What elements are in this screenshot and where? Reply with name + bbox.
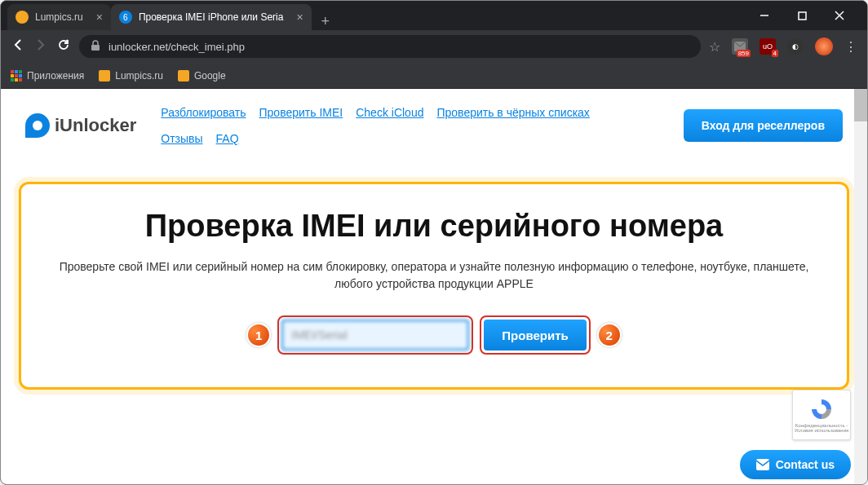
favicon-lumpics	[16, 11, 29, 24]
extension-inbox[interactable]: 859	[732, 38, 748, 55]
logo-icon	[25, 113, 50, 138]
svg-rect-13	[15, 78, 18, 82]
recaptcha-text: Конфиденциальность -Условия использовани…	[795, 423, 849, 433]
folder-icon	[99, 70, 110, 82]
hero-section: Проверка IMEI или серийного номера Прове…	[1, 162, 867, 390]
url-text: iunlocker.net/check_imei.php	[108, 41, 245, 53]
bookmark-google[interactable]: Google	[178, 70, 226, 82]
profile-avatar[interactable]	[815, 37, 833, 55]
close-icon[interactable]: ×	[296, 11, 303, 24]
svg-rect-9	[11, 74, 14, 77]
star-icon[interactable]: ☆	[709, 39, 720, 55]
favicon-iunlocker: 6	[119, 11, 132, 24]
imei-form: 1 Проверить 2	[54, 315, 814, 355]
site-header: iUnlocker Разблокировать Проверить IMEI …	[1, 89, 867, 162]
window-controls	[753, 4, 861, 27]
vertical-scrollbar[interactable]	[854, 89, 867, 484]
new-tab-button[interactable]: +	[312, 13, 340, 30]
svg-rect-11	[19, 74, 22, 77]
address-bar[interactable]: iunlocker.net/check_imei.php	[79, 35, 701, 58]
lock-icon	[91, 40, 100, 54]
nav-check-icloud[interactable]: Check iCloud	[356, 106, 423, 119]
svg-rect-14	[19, 78, 22, 82]
tab-strip: Lumpics.ru × 6 Проверка IMEI iPhone или …	[1, 1, 867, 30]
page-content: iUnlocker Разблокировать Проверить IMEI …	[1, 89, 867, 484]
folder-icon	[178, 70, 189, 82]
svg-rect-6	[11, 70, 14, 73]
back-button[interactable]	[11, 37, 25, 55]
svg-rect-4	[91, 45, 100, 51]
tab-title: Lumpics.ru	[35, 11, 83, 23]
input-highlight	[277, 315, 473, 355]
imei-input[interactable]	[281, 320, 469, 351]
extension-generic[interactable]: ◐	[787, 38, 804, 55]
nav-unlock[interactable]: Разблокировать	[161, 106, 246, 119]
site-nav: Разблокировать Проверить IMEI Check iClo…	[161, 106, 618, 145]
recaptcha-icon	[809, 397, 834, 421]
recaptcha-badge[interactable]: Конфиденциальность -Условия использовани…	[792, 390, 851, 440]
apps-icon	[11, 70, 22, 82]
hero-subtitle: Проверьте свой IMEI или серийный номер н…	[54, 258, 814, 293]
reload-button[interactable]	[56, 37, 71, 55]
svg-rect-15	[756, 459, 769, 470]
extension-ublock[interactable]: uO4	[760, 38, 776, 55]
svg-rect-12	[11, 78, 14, 82]
logo-text: iUnlocker	[55, 115, 136, 136]
nav-check-imei[interactable]: Проверить IMEI	[259, 106, 343, 119]
tab-iunlocker[interactable]: 6 Проверка IMEI iPhone или Seria ×	[111, 4, 312, 30]
bookmark-lumpics[interactable]: Lumpics.ru	[99, 70, 163, 82]
toolbar-actions: ☆ 859 uO4 ◐ ⋮	[709, 37, 857, 55]
svg-rect-10	[15, 74, 18, 77]
nav-faq[interactable]: FAQ	[216, 132, 239, 145]
annotation-marker-1: 1	[246, 323, 271, 347]
forward-button[interactable]	[33, 37, 48, 55]
button-highlight: Проверить	[480, 315, 590, 355]
maximize-button[interactable]	[790, 4, 813, 27]
menu-icon[interactable]: ⋮	[844, 39, 857, 55]
scroll-thumb[interactable]	[854, 89, 867, 121]
check-button[interactable]: Проверить	[484, 320, 586, 351]
close-button[interactable]	[828, 4, 851, 27]
svg-rect-1	[799, 12, 806, 20]
apps-button[interactable]: Приложения	[11, 70, 84, 82]
svg-rect-7	[15, 70, 18, 73]
site-logo[interactable]: iUnlocker	[25, 113, 136, 138]
svg-rect-8	[19, 70, 22, 73]
minimize-button[interactable]	[753, 4, 776, 27]
nav-blacklist[interactable]: Проверить в чёрных списках	[436, 106, 589, 119]
browser-toolbar: iunlocker.net/check_imei.php ☆ 859 uO4 ◐…	[1, 30, 867, 63]
tab-title: Проверка IMEI iPhone или Seria	[139, 11, 284, 23]
tab-lumpics[interactable]: Lumpics.ru ×	[7, 4, 111, 30]
hero-box: Проверка IMEI или серийного номера Прове…	[19, 182, 849, 390]
close-icon[interactable]: ×	[96, 11, 103, 24]
envelope-icon	[756, 459, 769, 470]
bookmarks-bar: Приложения Lumpics.ru Google	[1, 63, 867, 89]
contact-us-button[interactable]: Contact us	[740, 450, 851, 479]
annotation-marker-2: 2	[597, 323, 622, 347]
nav-reviews[interactable]: Отзывы	[161, 132, 202, 145]
hero-title: Проверка IMEI или серийного номера	[54, 209, 814, 244]
browser-window: Lumpics.ru × 6 Проверка IMEI iPhone или …	[0, 0, 868, 485]
reseller-login-button[interactable]: Вход для реселлеров	[684, 109, 843, 142]
